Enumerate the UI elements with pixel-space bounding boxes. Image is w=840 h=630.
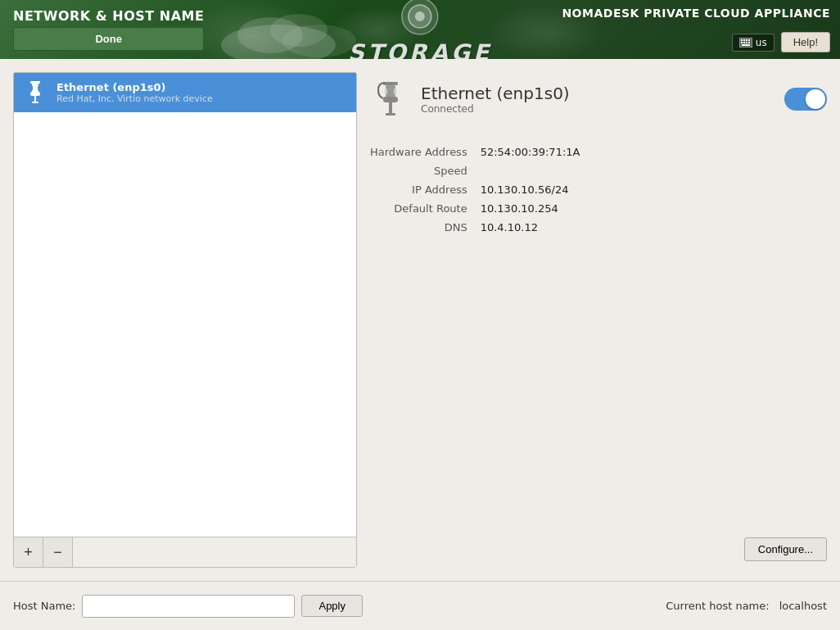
hardware-address-label: Hardware Address — [370, 146, 467, 158]
header-controls: us Help! — [732, 32, 830, 52]
svg-rect-17 — [30, 81, 40, 84]
default-route-value: 10.130.10.254 — [481, 202, 827, 215]
ethernet-plug-icon-large — [372, 80, 409, 118]
ethernet-status: Connected — [421, 103, 775, 115]
svg-rect-10 — [746, 39, 747, 41]
apply-button[interactable]: Apply — [301, 595, 363, 617]
svg-rect-11 — [748, 39, 750, 41]
help-button[interactable]: Help! — [781, 32, 830, 52]
svg-rect-26 — [383, 97, 398, 102]
network-item-desc: Red Hat, Inc. Virtio network device — [56, 93, 213, 104]
ip-address-label: IP Address — [370, 184, 467, 196]
ip-address-value: 10.130.10.56/24 — [481, 184, 827, 196]
brand-name: NOMADESK PRIVATE CLOUD APPLIANCE — [562, 7, 830, 20]
ethernet-title-group: Ethernet (enp1s0) Connected — [421, 84, 775, 115]
svg-rect-8 — [741, 39, 743, 41]
current-host-value: localhost — [779, 600, 827, 612]
svg-point-3 — [282, 25, 356, 57]
ethernet-header: Ethernet (enp1s0) Connected — [370, 72, 827, 126]
svg-rect-24 — [383, 82, 398, 85]
dns-value: 10.4.10.12 — [481, 221, 827, 233]
svg-rect-29 — [385, 88, 387, 94]
configure-row: Configure... — [370, 531, 827, 568]
svg-rect-20 — [34, 96, 36, 102]
ethernet-icon-wrap — [370, 79, 411, 120]
ethernet-detail-panel: Ethernet (enp1s0) Connected Hardware Add… — [370, 72, 827, 568]
svg-rect-12 — [741, 42, 743, 43]
done-button[interactable]: Done — [13, 27, 204, 51]
bottom-bar: Host Name: Apply Current host name: loca… — [0, 581, 840, 630]
svg-rect-22 — [31, 86, 33, 90]
svg-rect-16 — [742, 44, 750, 46]
svg-rect-23 — [38, 86, 39, 90]
header: STORAGE NETWORK & HOST NAME Done NOMADES… — [0, 0, 840, 59]
host-name-label: Host Name: — [13, 600, 75, 612]
configure-button[interactable]: Configure... — [744, 537, 827, 561]
svg-rect-30 — [394, 88, 396, 94]
storage-text: STORAGE — [348, 39, 492, 60]
default-route-label: Default Route — [370, 202, 467, 215]
add-network-button[interactable]: + — [14, 537, 43, 567]
header-left: NETWORK & HOST NAME Done — [0, 8, 217, 51]
dns-label: DNS — [370, 221, 467, 233]
svg-rect-13 — [743, 42, 745, 43]
ethernet-title: Ethernet (enp1s0) — [421, 84, 775, 103]
network-list: Ethernet (enp1s0) Red Hat, Inc. Virtio n… — [14, 73, 356, 537]
keyboard-indicator[interactable]: us — [732, 34, 775, 52]
storage-icon — [397, 0, 443, 39]
storage-branding: STORAGE — [348, 0, 492, 59]
keyboard-lang: us — [756, 37, 767, 48]
toggle-knob — [806, 89, 825, 109]
current-host-label: Current host name: — [666, 600, 769, 612]
svg-rect-9 — [743, 39, 745, 41]
speed-label: Speed — [370, 165, 467, 177]
svg-rect-21 — [32, 102, 38, 103]
network-item-ethernet[interactable]: Ethernet (enp1s0) Red Hat, Inc. Virtio n… — [14, 73, 356, 112]
network-item-name: Ethernet (enp1s0) — [56, 81, 213, 93]
remove-network-button[interactable]: − — [43, 537, 73, 567]
network-item-icon — [22, 79, 48, 106]
ethernet-details-table: Hardware Address 52:54:00:39:71:1A Speed… — [370, 139, 827, 240]
host-name-input[interactable] — [82, 595, 295, 618]
keyboard-icon — [739, 38, 752, 48]
page-title: NETWORK & HOST NAME — [13, 8, 204, 24]
svg-rect-18 — [32, 84, 38, 92]
svg-rect-27 — [389, 102, 392, 114]
hardware-address-value: 52:54:00:39:71:1A — [481, 146, 827, 158]
svg-rect-15 — [748, 42, 750, 43]
svg-rect-19 — [30, 92, 40, 96]
network-item-info: Ethernet (enp1s0) Red Hat, Inc. Virtio n… — [56, 81, 213, 104]
header-right: NOMADESK PRIVATE CLOUD APPLIANCE us Hel — [552, 0, 840, 59]
svg-rect-14 — [746, 42, 747, 43]
svg-point-6 — [415, 11, 425, 21]
ethernet-toggle[interactable] — [784, 88, 827, 111]
ethernet-plug-icon-small — [22, 79, 48, 106]
svg-rect-28 — [386, 113, 395, 116]
main-content: Ethernet (enp1s0) Red Hat, Inc. Virtio n… — [0, 59, 840, 581]
speed-value — [481, 165, 827, 177]
network-list-toolbar: + − — [14, 537, 356, 567]
network-list-panel: Ethernet (enp1s0) Red Hat, Inc. Virtio n… — [13, 72, 357, 568]
